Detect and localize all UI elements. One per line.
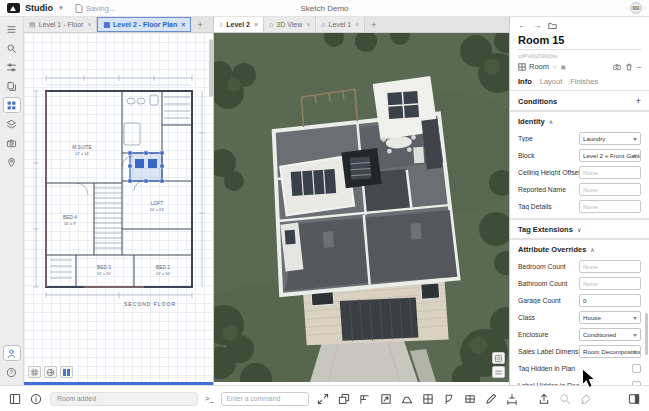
svg-text:20' x 13': 20' x 13': [150, 207, 165, 212]
field-label: Tag Hidden in Plan: [518, 365, 632, 372]
render-settings-button[interactable]: [492, 352, 505, 364]
tab-finishes[interactable]: Finishes: [570, 77, 598, 86]
tab-level2[interactable]: ⌂ Level 2 ×: [214, 17, 264, 32]
svg-text:10' x 10': 10' x 10': [156, 271, 171, 276]
app-logo-icon: [7, 3, 20, 13]
reported-name-input[interactable]: [579, 183, 641, 196]
filters-icon[interactable]: [3, 59, 21, 75]
tab-layout[interactable]: Layout: [540, 77, 563, 86]
block-select[interactable]: Level 2 + Front Gable: [579, 149, 641, 162]
inspector-nav: ← →: [510, 20, 649, 33]
account-icon[interactable]: [3, 345, 21, 361]
close-icon[interactable]: ×: [355, 21, 359, 28]
plan-canvas[interactable]: M.SUITE 12' x 14' LOFT 20' x 13' BED 4 1…: [24, 33, 213, 385]
wall-tool-icon[interactable]: [358, 392, 372, 406]
close-icon[interactable]: ×: [306, 21, 310, 28]
tab-3d-view[interactable]: ⌂ 3D View ×: [264, 17, 316, 32]
room-type-icon: [518, 63, 526, 71]
pin-icon[interactable]: [3, 154, 21, 170]
bedroom-count-input[interactable]: [579, 260, 641, 273]
roof-tool-icon[interactable]: [400, 392, 414, 406]
search-icon[interactable]: [3, 40, 21, 56]
tab-info[interactable]: Info: [518, 77, 532, 86]
options-icon[interactable]: ▣: [560, 63, 566, 70]
field-label: Bathroom Count: [518, 280, 579, 287]
close-icon[interactable]: ×: [87, 21, 91, 28]
duplicate-tool-icon[interactable]: [337, 392, 351, 406]
window-tool-icon[interactable]: [463, 392, 477, 406]
camera-icon[interactable]: [3, 135, 21, 151]
back-icon[interactable]: ←: [518, 21, 526, 30]
display-options-button[interactable]: [44, 366, 57, 378]
plan-icon: ▤: [29, 21, 36, 29]
panel-toggle-icon[interactable]: [627, 392, 641, 406]
snapshot-icon[interactable]: [613, 63, 621, 71]
plan-scrollbar[interactable]: [209, 39, 213, 97]
garage-count-input[interactable]: [579, 294, 641, 307]
ceiling-height-offset-input[interactable]: [579, 166, 641, 179]
snap-grid-button[interactable]: [28, 366, 41, 378]
tab-level1-floor[interactable]: ▤ Level 1 - Floor ×: [24, 17, 97, 32]
door-tool-icon[interactable]: [442, 392, 456, 406]
identity-section-header[interactable]: Identity ∧: [510, 112, 649, 130]
type-select[interactable]: Laundry: [579, 132, 641, 145]
view3d-canvas[interactable]: [214, 33, 509, 385]
plan-icon: ▤: [103, 21, 110, 29]
add-tab-button[interactable]: +: [365, 17, 382, 32]
add-tab-button[interactable]: +: [191, 17, 208, 32]
enclosure-select[interactable]: Conditioned: [579, 328, 641, 341]
dimension-tool-icon[interactable]: [505, 392, 519, 406]
layers-toggle-button[interactable]: [492, 366, 505, 378]
trash-icon[interactable]: [625, 63, 633, 71]
bathroom-count-input[interactable]: [579, 277, 641, 290]
svg-text:10' x 9': 10' x 9': [64, 221, 77, 226]
chevron-down-icon[interactable]: ▼: [58, 5, 64, 11]
cabinet-tool-icon[interactable]: [421, 392, 435, 406]
pages-icon[interactable]: [3, 78, 21, 94]
command-input[interactable]: [221, 392, 309, 406]
app-name[interactable]: Studio: [25, 3, 53, 13]
select-tool-icon[interactable]: [316, 392, 330, 406]
markup-tool-icon[interactable]: [484, 392, 498, 406]
close-icon[interactable]: ×: [254, 21, 258, 28]
panel-left-icon[interactable]: [8, 392, 22, 406]
inspector-scrollbar[interactable]: [645, 313, 648, 355]
plan-caption: SECOND FLOOR: [124, 301, 176, 307]
sales-label-dimension-select[interactable]: Room Decomposition: [579, 345, 641, 358]
collapse-icon[interactable]: –: [637, 62, 641, 71]
layers-icon[interactable]: [3, 116, 21, 132]
tag-details-input[interactable]: [579, 200, 641, 213]
label-hidden-checkbox[interactable]: [632, 381, 641, 385]
status-message: Room added: [50, 392, 198, 406]
svg-text:BED 4: BED 4: [63, 215, 77, 220]
info-icon[interactable]: [29, 392, 43, 406]
attribute-overrides-section-header[interactable]: Attribute Overrides ∧: [510, 240, 649, 258]
favorite-icon[interactable]: ☆: [552, 63, 557, 70]
field-label: Ceiling Height Offset: [518, 169, 579, 176]
export-tool-icon[interactable]: [537, 392, 551, 406]
blocks-icon[interactable]: [3, 97, 21, 113]
add-condition-button[interactable]: +: [636, 96, 641, 106]
tab-level1[interactable]: ⌂ Level 1 ×: [316, 17, 365, 32]
class-select[interactable]: House: [579, 311, 641, 324]
top-bar: Studio ▼ Saving... Sketch Demo MB: [0, 0, 649, 17]
view-mode-button[interactable]: [60, 366, 73, 378]
room-title[interactable]: Room 15: [518, 34, 641, 50]
svg-text:?: ?: [10, 369, 13, 375]
room-tool-icon[interactable]: [379, 392, 393, 406]
help-icon[interactable]: ?: [3, 364, 21, 380]
tag-extensions-section-header[interactable]: Tag Extensions ∨: [510, 220, 649, 238]
tab-level2-floor-plan[interactable]: ▤ Level 2 - Floor Plan ×: [97, 17, 191, 32]
tag-hidden-checkbox[interactable]: [632, 364, 641, 373]
search-tool-icon: [558, 392, 572, 406]
cube-icon: ⌂: [269, 21, 273, 28]
view3d-controls: [492, 352, 505, 378]
field-label: Garage Count: [518, 297, 579, 304]
folder-icon[interactable]: [548, 21, 557, 30]
avatar[interactable]: MB: [630, 2, 642, 14]
attribute-fields: Bedroom Count Bathroom Count Garage Coun…: [510, 258, 649, 385]
list-icon[interactable]: [3, 21, 21, 37]
close-icon[interactable]: ×: [181, 21, 185, 28]
selected-room[interactable]: [128, 151, 164, 183]
forward-icon[interactable]: →: [533, 21, 541, 30]
